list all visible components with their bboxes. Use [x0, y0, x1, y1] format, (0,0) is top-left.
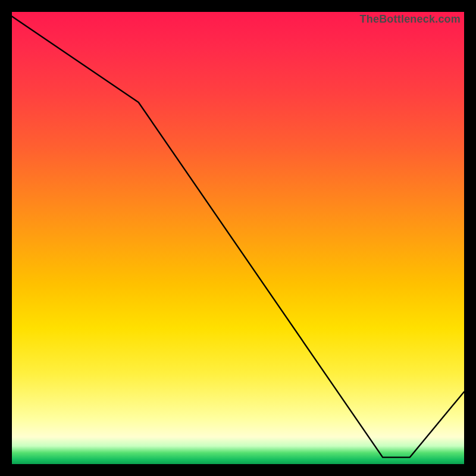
- data-line: [12, 12, 464, 464]
- chart-frame: TheBottleneck.com: [0, 0, 476, 476]
- plot-area: TheBottleneck.com: [12, 12, 464, 464]
